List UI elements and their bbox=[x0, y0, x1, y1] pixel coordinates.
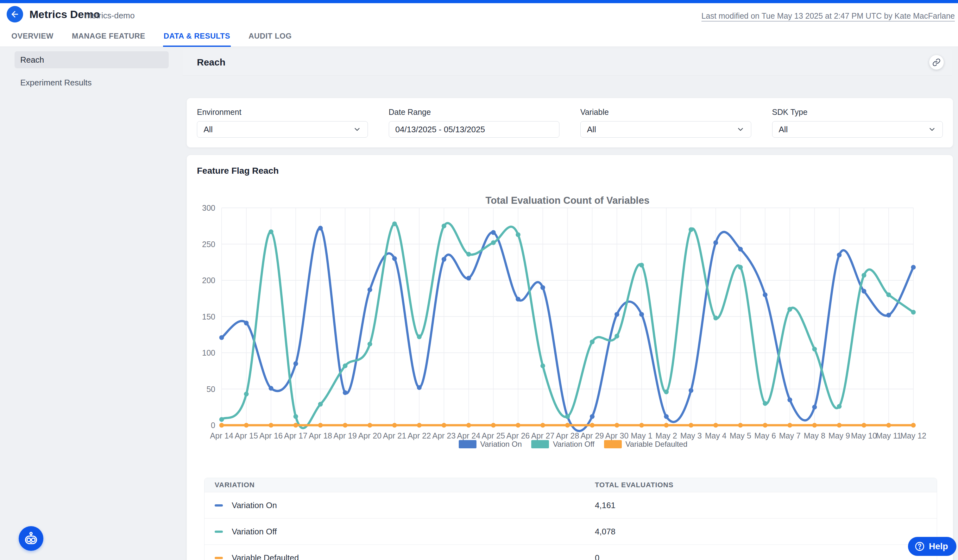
sdk-type-label: SDK Type bbox=[772, 108, 943, 117]
chart-card-title: Feature Flag Reach bbox=[197, 166, 279, 176]
copy-link-button[interactable] bbox=[929, 55, 944, 70]
filter-variable: Variable All bbox=[580, 108, 751, 138]
column-header-total-evaluations: TOTAL EVALUATIONS bbox=[595, 481, 937, 489]
svg-text:May 12: May 12 bbox=[900, 431, 926, 440]
filters-panel: Environment All Date Range Variable All … bbox=[187, 98, 953, 147]
svg-text:Apr 23: Apr 23 bbox=[432, 431, 455, 440]
section-header: Reach bbox=[183, 49, 952, 76]
variable-select[interactable]: All bbox=[580, 121, 751, 138]
environment-value: All bbox=[203, 125, 213, 134]
legend-label: Variation On bbox=[480, 440, 522, 449]
sdk-type-value: All bbox=[779, 125, 788, 134]
table-row: Variation Off4,078 bbox=[205, 518, 937, 544]
svg-text:Apr 29: Apr 29 bbox=[581, 431, 604, 440]
filter-date-range: Date Range bbox=[389, 108, 560, 138]
svg-text:150: 150 bbox=[202, 312, 215, 321]
filter-environment: Environment All bbox=[197, 108, 368, 138]
svg-text:Apr 15: Apr 15 bbox=[235, 431, 258, 440]
svg-text:May 5: May 5 bbox=[730, 431, 751, 440]
total-evaluations-value: 0 bbox=[595, 553, 937, 560]
svg-text:May 2: May 2 bbox=[656, 431, 677, 440]
svg-text:May 1: May 1 bbox=[631, 431, 652, 440]
variable-label: Variable bbox=[580, 108, 751, 117]
svg-text:May 10: May 10 bbox=[851, 431, 877, 440]
svg-text:Apr 17: Apr 17 bbox=[284, 431, 308, 440]
table-row: Variable Defaulted0 bbox=[205, 544, 937, 560]
sdk-type-select[interactable]: All bbox=[772, 121, 943, 138]
variation-table-body: Variation On4,161Variation Off4,078Varia… bbox=[205, 492, 937, 560]
chart-legend: Variation OnVariation OffVariable Defaul… bbox=[222, 440, 925, 449]
help-button[interactable]: Help bbox=[908, 537, 956, 556]
legend-item-variation-on[interactable]: Variation On bbox=[459, 440, 522, 449]
svg-text:May 9: May 9 bbox=[828, 431, 850, 440]
back-button[interactable] bbox=[6, 6, 23, 22]
svg-text:May 7: May 7 bbox=[779, 431, 801, 440]
svg-text:Apr 25: Apr 25 bbox=[482, 431, 505, 440]
series-dash-icon bbox=[215, 504, 223, 506]
legend-label: Variable Defaulted bbox=[626, 440, 688, 449]
table-row: Variation On4,161 bbox=[205, 492, 937, 518]
svg-text:Apr 30: Apr 30 bbox=[605, 431, 629, 440]
svg-text:Apr 14: Apr 14 bbox=[210, 431, 233, 440]
legend-swatch bbox=[604, 440, 622, 448]
legend-item-variation-off[interactable]: Variation Off bbox=[531, 440, 594, 449]
svg-text:250: 250 bbox=[202, 240, 215, 249]
svg-text:May 11: May 11 bbox=[876, 431, 901, 440]
top-accent-strip bbox=[0, 0, 958, 3]
date-range-control bbox=[389, 121, 560, 138]
variation-table: VARIATION TOTAL EVALUATIONS Variation On… bbox=[204, 478, 937, 560]
svg-text:0: 0 bbox=[211, 421, 215, 430]
svg-text:May 8: May 8 bbox=[804, 431, 825, 440]
chevron-down-icon bbox=[928, 125, 936, 133]
section-title: Reach bbox=[197, 57, 225, 68]
variable-value: All bbox=[587, 125, 596, 134]
legend-swatch bbox=[531, 440, 549, 448]
sidebar-item-reach[interactable]: Reach bbox=[14, 51, 169, 68]
svg-text:May 6: May 6 bbox=[755, 431, 776, 440]
svg-text:Apr 21: Apr 21 bbox=[383, 431, 406, 440]
legend-swatch bbox=[459, 440, 476, 448]
last-modified-link[interactable]: Last modified on Tue May 13 2025 at 2:47… bbox=[701, 11, 955, 21]
assistant-robot-button[interactable] bbox=[19, 526, 43, 551]
total-evaluations-value: 4,161 bbox=[595, 500, 937, 510]
arrow-left-icon bbox=[10, 9, 20, 19]
tab-bar: OVERVIEW MANAGE FEATURE DATA & RESULTS A… bbox=[11, 32, 292, 47]
link-icon bbox=[933, 58, 941, 66]
svg-text:May 3: May 3 bbox=[680, 431, 702, 440]
date-range-input[interactable] bbox=[395, 125, 553, 134]
svg-text:Apr 22: Apr 22 bbox=[408, 431, 431, 440]
column-header-variation: VARIATION bbox=[205, 481, 595, 489]
svg-text:May 4: May 4 bbox=[705, 431, 726, 440]
environment-select[interactable]: All bbox=[197, 121, 368, 138]
results-sidebar: Reach Experiment Results bbox=[14, 51, 169, 91]
svg-text:Apr 24: Apr 24 bbox=[457, 431, 481, 440]
legend-item-variable-defaulted[interactable]: Variable Defaulted bbox=[604, 440, 688, 449]
svg-text:Apr 16: Apr 16 bbox=[259, 431, 283, 440]
svg-text:100: 100 bbox=[202, 348, 215, 357]
variation-name: Variation Off bbox=[232, 527, 277, 536]
help-label: Help bbox=[929, 541, 948, 552]
robot-icon bbox=[23, 530, 39, 547]
total-evaluations-value: 4,078 bbox=[595, 527, 937, 536]
svg-text:Apr 19: Apr 19 bbox=[333, 431, 357, 440]
table-header: VARIATION TOTAL EVALUATIONS bbox=[205, 478, 937, 492]
reach-line-chart[interactable]: 050100150200250300Apr 14Apr 15Apr 16Apr … bbox=[190, 190, 953, 456]
date-range-label: Date Range bbox=[389, 108, 560, 117]
question-circle-icon bbox=[914, 541, 925, 552]
chevron-down-icon bbox=[353, 125, 361, 133]
series-dash-icon bbox=[215, 557, 223, 559]
tab-manage-feature[interactable]: MANAGE FEATURE bbox=[71, 32, 146, 47]
app-header: Metrics Demo metrics-demo Last modified … bbox=[0, 3, 958, 47]
svg-text:Apr 18: Apr 18 bbox=[309, 431, 332, 440]
legend-label: Variation Off bbox=[553, 440, 594, 449]
sidebar-item-experiment-results[interactable]: Experiment Results bbox=[14, 74, 169, 91]
variation-name: Variable Defaulted bbox=[232, 553, 299, 560]
filter-sdk-type: SDK Type All bbox=[772, 108, 943, 138]
svg-text:Apr 28: Apr 28 bbox=[556, 431, 579, 440]
tab-data-results[interactable]: DATA & RESULTS bbox=[163, 32, 231, 47]
svg-text:300: 300 bbox=[202, 203, 215, 212]
environment-label: Environment bbox=[197, 108, 368, 117]
series-dash-icon bbox=[215, 531, 223, 533]
tab-overview[interactable]: OVERVIEW bbox=[11, 32, 54, 47]
tab-audit-log[interactable]: AUDIT LOG bbox=[248, 32, 292, 47]
